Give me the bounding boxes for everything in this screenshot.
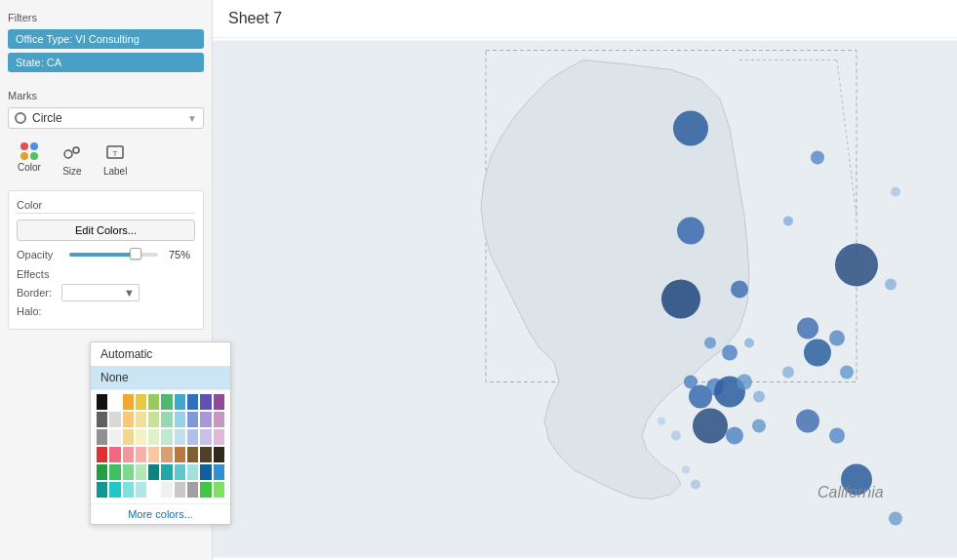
palette-cell[interactable] — [109, 429, 120, 445]
palette-row — [97, 482, 224, 498]
more-colors-link[interactable]: More colors... — [91, 503, 230, 524]
palette-cell[interactable] — [200, 412, 211, 427]
palette-cell[interactable] — [123, 464, 134, 480]
palette-row — [97, 394, 224, 410]
color-icon — [20, 142, 38, 160]
palette-cell[interactable] — [123, 394, 134, 410]
palette-cell[interactable] — [148, 447, 159, 462]
svg-point-17 — [744, 339, 754, 348]
svg-point-10 — [677, 218, 704, 245]
svg-point-41 — [658, 418, 665, 425]
svg-point-23 — [753, 391, 765, 403]
opacity-row: Opacity 75% — [17, 249, 195, 260]
svg-point-11 — [783, 217, 793, 226]
color-button[interactable]: Color — [8, 137, 51, 182]
label-button[interactable]: T Label — [94, 137, 137, 182]
palette-cell[interactable] — [148, 464, 159, 480]
palette-cell[interactable] — [136, 447, 146, 462]
palette-cell[interactable] — [161, 394, 172, 410]
svg-text:California: California — [817, 484, 884, 500]
palette-cell[interactable] — [123, 447, 134, 462]
svg-point-31 — [693, 409, 728, 444]
opacity-slider[interactable] — [69, 253, 158, 257]
label-icon: T — [105, 142, 125, 164]
palette-cell[interactable] — [109, 394, 120, 410]
palette-cell[interactable] — [187, 412, 198, 427]
palette-cell[interactable] — [175, 482, 185, 498]
palette-cell[interactable] — [136, 394, 146, 410]
palette-cell[interactable] — [109, 482, 120, 498]
palette-cell[interactable] — [214, 429, 224, 445]
palette-cell[interactable] — [200, 447, 211, 462]
palette-cell[interactable] — [148, 394, 159, 410]
svg-point-8 — [673, 111, 708, 146]
palette-cell[interactable] — [123, 482, 134, 498]
palette-cell[interactable] — [161, 429, 172, 445]
palette-cell[interactable] — [109, 447, 120, 462]
palette-cell[interactable] — [200, 464, 211, 480]
palette-cell[interactable] — [148, 429, 159, 445]
palette-cell[interactable] — [200, 429, 211, 445]
palette-cell[interactable] — [214, 447, 224, 462]
svg-point-35 — [829, 428, 845, 444]
palette-cell[interactable] — [187, 464, 198, 480]
palette-cell[interactable] — [97, 464, 107, 480]
svg-point-14 — [835, 244, 878, 287]
palette-cell[interactable] — [136, 429, 146, 445]
palette-cell[interactable] — [175, 412, 185, 427]
filter-chip-office-type[interactable]: Office Type: VI Consulting — [8, 29, 204, 49]
palette-cell[interactable] — [187, 429, 198, 445]
svg-point-0 — [64, 150, 72, 158]
svg-point-40 — [671, 431, 681, 441]
palette-cell[interactable] — [136, 412, 146, 427]
border-label: Border: — [17, 287, 56, 299]
color-section: Color Edit Colors... Opacity 75% Effects… — [8, 190, 204, 330]
color-btn-label: Color — [18, 162, 41, 173]
halo-label: Halo: — [17, 305, 56, 317]
circle-shape-icon — [15, 112, 26, 124]
palette-cell[interactable] — [161, 412, 172, 427]
palette-cell[interactable] — [97, 482, 107, 498]
svg-point-12 — [661, 280, 700, 319]
palette-cell[interactable] — [136, 464, 146, 480]
palette-cell[interactable] — [148, 412, 159, 427]
svg-point-29 — [891, 187, 900, 197]
effects-section: Effects Border: ▼ Halo: — [17, 268, 195, 317]
filter-chip-state[interactable]: State: CA — [8, 53, 204, 72]
palette-cell[interactable] — [175, 394, 185, 410]
palette-cell[interactable] — [123, 429, 134, 445]
svg-point-32 — [726, 427, 743, 445]
palette-cell[interactable] — [123, 412, 134, 427]
palette-cell[interactable] — [161, 447, 172, 462]
palette-cell[interactable] — [187, 394, 198, 410]
palette-cell[interactable] — [200, 394, 211, 410]
border-dropdown[interactable]: ▼ — [61, 284, 140, 301]
palette-cell[interactable] — [187, 482, 198, 498]
halo-none[interactable]: None — [91, 366, 230, 389]
slider-thumb[interactable] — [130, 248, 141, 260]
palette-cell[interactable] — [214, 412, 224, 427]
edit-colors-button[interactable]: Edit Colors... — [17, 220, 195, 241]
palette-cell[interactable] — [148, 482, 159, 498]
palette-cell[interactable] — [175, 447, 185, 462]
palette-cell[interactable] — [161, 482, 172, 498]
palette-cell[interactable] — [97, 412, 107, 427]
size-button[interactable]: Size — [53, 137, 92, 182]
palette-cell[interactable] — [97, 394, 107, 410]
palette-cell[interactable] — [200, 482, 211, 498]
halo-automatic[interactable]: Automatic — [91, 342, 230, 366]
palette-cell[interactable] — [214, 394, 224, 410]
palette-cell[interactable] — [187, 447, 198, 462]
palette-cell[interactable] — [161, 464, 172, 480]
palette-cell[interactable] — [97, 429, 107, 445]
palette-cell[interactable] — [109, 464, 120, 480]
palette-cell[interactable] — [97, 447, 107, 462]
marks-type-dropdown[interactable]: Circle ▼ — [8, 107, 204, 129]
palette-cell[interactable] — [136, 482, 146, 498]
palette-cell[interactable] — [214, 464, 224, 480]
palette-cell[interactable] — [175, 429, 185, 445]
palette-cell[interactable] — [109, 412, 120, 427]
palette-cell[interactable] — [175, 464, 185, 480]
palette-cell[interactable] — [214, 482, 224, 498]
slider-track — [69, 253, 158, 257]
